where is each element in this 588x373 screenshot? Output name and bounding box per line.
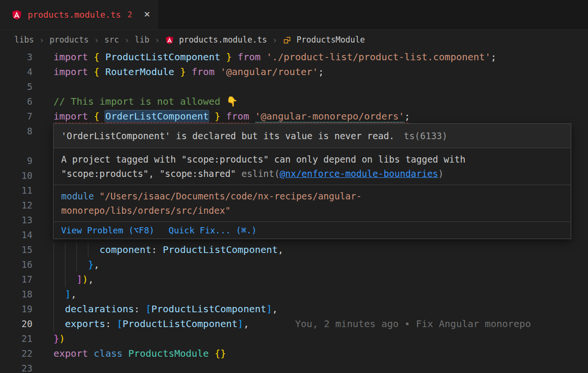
code-token: {} — [214, 348, 226, 359]
git-blame-annotation: You, 2 minutes ago • Fix Angular monorep… — [295, 318, 531, 329]
code-token — [76, 242, 88, 257]
breadcrumb-separator: › — [94, 35, 99, 45]
code-token: : — [134, 303, 146, 315]
code-token: : — [105, 318, 117, 329]
breadcrumb-item-libs[interactable]: libs — [14, 35, 34, 44]
code-token — [209, 348, 214, 359]
quick-fix-link[interactable]: Quick Fix... (⌘.) — [169, 225, 257, 235]
view-problem-link[interactable]: View Problem (⌥F8) — [61, 225, 154, 235]
line-number[interactable]: 14 — [0, 228, 32, 242]
line-number[interactable]: 10 — [0, 168, 32, 183]
code-line[interactable]: 6// This import is not allowed 👇 — [0, 94, 588, 109]
code-token: ] — [237, 318, 243, 329]
line-number[interactable]: 19 — [0, 302, 32, 317]
code-token — [232, 51, 237, 63]
code-token: component — [99, 244, 151, 255]
line-number[interactable]: 3 — [0, 50, 32, 65]
code-token — [249, 318, 295, 329]
code-line[interactable]: 5 — [0, 79, 588, 94]
line-number[interactable]: 11 — [0, 183, 32, 198]
tab-error-count: 2 — [128, 10, 132, 19]
line-number[interactable]: 22 — [0, 346, 32, 361]
code-line[interactable]: 17 ]), — [0, 272, 588, 287]
code-line[interactable]: 7import { OrderListComponent } from '@an… — [0, 109, 588, 124]
line-number[interactable]: 8 — [0, 124, 32, 139]
breadcrumb: libs › products › src › lib › products.m… — [0, 30, 588, 50]
code-token — [88, 242, 99, 257]
code-token — [88, 66, 94, 77]
code-line[interactable]: 4import { RouterModule } from '@angular/… — [0, 65, 588, 79]
vscode-window: { "colors": { "error": "#f14c4c", "link"… — [0, 0, 588, 373]
module-keyword: module — [61, 191, 94, 201]
code-token: } — [180, 66, 186, 77]
code-editor[interactable]: 3import { ProductListComponent } from '.… — [0, 50, 588, 373]
line-number[interactable]: 16 — [0, 257, 32, 272]
code-token: from — [192, 66, 214, 77]
line-number[interactable]: 13 — [0, 213, 32, 228]
angular-icon — [11, 10, 22, 20]
code-line[interactable]: 22export class ProductsModule {} — [0, 346, 588, 361]
code-token — [99, 66, 105, 77]
code-token: ProductListComponent — [123, 318, 238, 329]
line-number[interactable]: 21 — [0, 331, 32, 346]
line-number[interactable] — [0, 139, 32, 154]
breadcrumb-item-symbol[interactable]: ProductsModule — [297, 35, 365, 44]
code-token — [53, 302, 65, 317]
code-token: ] — [65, 288, 71, 300]
code-token — [174, 66, 180, 77]
code-token: , — [94, 259, 99, 270]
code-line[interactable]: 15 component: ProductListComponent, — [0, 242, 588, 257]
code-token: declarations — [65, 303, 134, 315]
code-token — [186, 66, 192, 77]
line-number[interactable]: 15 — [0, 242, 32, 257]
line-number[interactable]: 17 — [0, 272, 32, 287]
code-line[interactable]: 19 declarations: [ProductListComponent], — [0, 302, 588, 317]
code-token: } — [214, 110, 220, 122]
breadcrumb-item-src[interactable]: src — [105, 35, 119, 44]
breadcrumb-item-file[interactable]: products.module.ts — [179, 35, 267, 44]
line-number[interactable]: 18 — [0, 287, 32, 302]
angular-file-icon — [165, 35, 174, 44]
code-line[interactable]: 21}) — [0, 331, 588, 346]
breadcrumb-item-products[interactable]: products — [50, 35, 89, 44]
line-number[interactable]: 20 — [0, 317, 32, 331]
line-number[interactable]: 5 — [0, 79, 32, 94]
code-token: } — [53, 333, 59, 344]
code-token: ; — [405, 110, 410, 122]
module-path-line2: monorepo/libs/orders/src/index" — [61, 205, 231, 216]
line-number[interactable]: 23 — [0, 361, 32, 373]
code-line[interactable]: 3import { ProductListComponent } from '.… — [0, 50, 588, 65]
code-token: ProductListComponent — [105, 51, 220, 63]
breadcrumb-item-lib[interactable]: lib — [135, 35, 150, 44]
code-line[interactable]: 16 }, — [0, 257, 588, 272]
code-token: , — [272, 303, 278, 315]
code-token: export — [53, 348, 88, 359]
code-token: ) — [82, 274, 88, 285]
line-number[interactable]: 6 — [0, 94, 32, 109]
code-token — [88, 110, 94, 122]
line-number[interactable]: 4 — [0, 65, 32, 79]
code-line[interactable]: 18 ], — [0, 287, 588, 302]
hover-tooltip: 'OrderListComponent' is declared but its… — [53, 123, 571, 239]
eslint-rule-link[interactable]: @nx/enforce-module-boundaries — [280, 168, 438, 179]
code-token — [53, 242, 65, 257]
code-line[interactable]: 23 — [0, 361, 588, 373]
code-text: }, — [53, 257, 99, 272]
code-line[interactable]: 20 exports: [ProductListComponent], You,… — [0, 317, 588, 331]
line-number[interactable]: 9 — [0, 154, 32, 168]
code-token — [65, 257, 76, 272]
line-number[interactable]: 12 — [0, 198, 32, 213]
code-text: import { ProductListComponent } from './… — [53, 50, 496, 65]
code-token: ; — [318, 66, 324, 77]
eslint-source-close: ) — [438, 168, 443, 179]
diagnostic-ts-text: 'OrderListComponent' is declared but its… — [61, 131, 395, 141]
code-token: ; — [491, 51, 496, 63]
code-token: , — [278, 244, 284, 255]
tab-products-module[interactable]: products.module.ts 2 ✕ — [0, 0, 158, 29]
breadcrumb-separator: › — [272, 35, 278, 45]
close-icon[interactable]: ✕ — [144, 10, 150, 20]
code-token — [53, 257, 65, 272]
code-token: class — [94, 348, 122, 359]
code-text: }) — [53, 331, 65, 346]
line-number[interactable]: 7 — [0, 109, 32, 124]
